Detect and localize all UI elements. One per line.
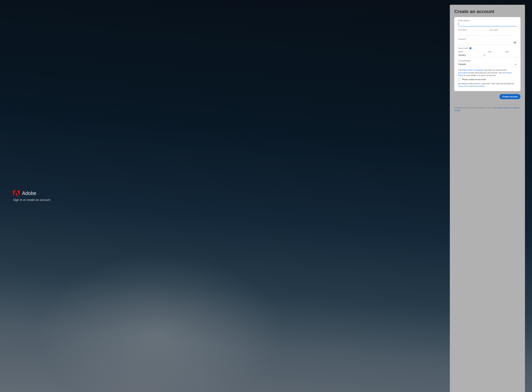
country-label: Country/Region [458,60,517,62]
personalized-link[interactable]: personalized [458,72,468,74]
google-privacy-link[interactable]: Privacy Policy [497,107,509,109]
password-label: Password [458,38,517,40]
create-account-button[interactable]: Create account [499,94,521,99]
svg-marker-2 [15,192,18,196]
brand-name: Adobe [22,191,36,196]
text-cursor [458,23,458,25]
eye-off-icon [513,42,516,44]
svg-marker-1 [17,191,20,196]
contact-email-label[interactable]: Please contact me via email [462,78,485,80]
month-select[interactable]: January [458,53,486,57]
marketing-disclosure: The Adobe family of companies may keep m… [458,69,517,77]
svg-marker-0 [13,191,15,196]
recaptcha-footnote: Protected by reCAPTCHA and subject to th… [454,106,521,112]
svg-line-4 [514,42,516,44]
toggle-password-visibility-button[interactable] [513,41,517,45]
info-icon[interactable]: i [469,47,471,49]
terms-of-use-link[interactable]: Terms of Use [458,85,469,87]
last-name-field[interactable] [490,31,517,36]
dob-label: Date of birth [458,47,468,49]
country-select[interactable]: Canada [458,62,517,66]
adobe-companies-link[interactable]: Adobe family of companies [462,69,484,71]
month-label: Month [458,51,486,53]
email-label: Email address [458,19,517,22]
adobe-logo-icon [13,190,20,196]
privacy-policy-link-2[interactable]: Privacy Policy [473,85,484,87]
first-name-field[interactable] [458,31,485,36]
password-field[interactable] [458,41,517,45]
signup-panel: Create an account Email address First na… [450,5,525,392]
contact-email-checkbox[interactable] [458,78,460,81]
year-label: Year [505,51,520,53]
agreement-text: By clicking Create account, I agree that… [458,82,517,88]
day-label: Day [488,51,503,53]
year-field[interactable] [505,53,520,57]
day-field[interactable] [488,53,503,57]
email-field[interactable] [458,22,517,26]
panel-title: Create an account [454,9,521,14]
first-name-label: First name [458,29,485,31]
last-name-label: Last name [490,29,517,31]
signup-card: Email address First name Last name Passw… [454,17,521,91]
